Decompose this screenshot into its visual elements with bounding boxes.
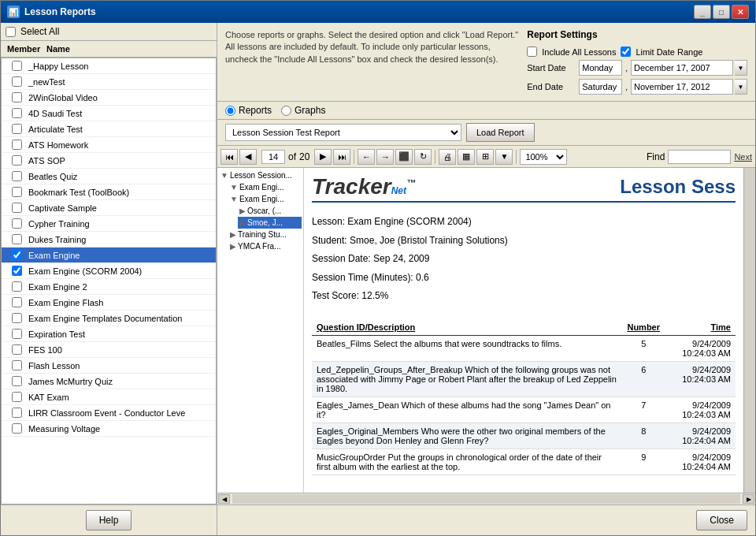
list-item[interactable]: Exam Engine xyxy=(2,248,216,263)
lesson-checkbox[interactable] xyxy=(12,392,22,402)
horizontal-scrollbar[interactable] xyxy=(232,494,740,504)
lesson-checkbox[interactable] xyxy=(12,423,22,434)
minimize-button[interactable]: _ xyxy=(694,5,711,19)
lesson-checkbox[interactable] xyxy=(12,76,22,87)
lesson-checkbox[interactable] xyxy=(12,250,22,260)
lesson-checkbox[interactable] xyxy=(12,313,22,323)
lesson-checkbox[interactable] xyxy=(12,124,22,134)
lesson-checkbox[interactable] xyxy=(12,408,22,418)
tree-expand-icon[interactable]: ▼ xyxy=(230,183,238,192)
scroll-left-btn[interactable]: ◀ xyxy=(218,494,230,504)
list-item[interactable]: _newTest xyxy=(2,74,216,90)
list-item[interactable]: Exam Engine 2 xyxy=(2,279,216,295)
end-date-input[interactable] xyxy=(631,79,733,95)
select-all-checkbox[interactable] xyxy=(6,27,16,37)
end-date-day-input[interactable] xyxy=(579,79,622,95)
lesson-checkbox[interactable] xyxy=(12,281,22,292)
lesson-checkbox[interactable] xyxy=(12,234,22,244)
list-item[interactable]: Exam Engine Templates Documentation xyxy=(2,311,216,326)
reports-radio-label[interactable]: Reports xyxy=(225,105,272,116)
list-item[interactable]: FES 100 xyxy=(2,342,216,358)
lesson-checkbox[interactable] xyxy=(12,155,22,166)
graphs-radio-label[interactable]: Graphs xyxy=(281,105,325,116)
tree-item[interactable]: ▼ Exam Engi... xyxy=(228,181,302,193)
tree-item[interactable]: ▶ Training Stu... xyxy=(228,229,302,240)
lesson-checkbox[interactable] xyxy=(12,171,22,181)
close-button[interactable]: ✕ xyxy=(732,5,749,19)
forward-button[interactable]: → xyxy=(376,149,394,165)
lesson-checkbox[interactable] xyxy=(12,108,22,118)
lesson-checkbox[interactable] xyxy=(12,329,22,339)
lesson-checkbox[interactable] xyxy=(12,140,22,150)
list-item[interactable]: James McMurtry Quiz xyxy=(2,374,216,389)
list-item[interactable]: Measuring Voltage xyxy=(2,421,216,437)
tree-item[interactable]: ▶ Oscar, (... xyxy=(238,205,302,217)
list-item[interactable]: Beatles Quiz xyxy=(2,169,216,184)
help-button[interactable]: Help xyxy=(86,510,132,530)
start-date-dropdown[interactable]: ▼ xyxy=(735,60,747,76)
tree-item[interactable]: ▶ Smoe, J... xyxy=(238,217,302,229)
include-all-checkbox[interactable] xyxy=(527,47,537,57)
tree-item[interactable]: ▶ YMCA Fra... xyxy=(228,240,302,252)
list-item[interactable]: _Happy Lesson xyxy=(2,58,216,74)
next-link[interactable]: Next xyxy=(734,152,752,162)
list-item[interactable]: LIRR Classroom Event - Conductor Leve xyxy=(2,405,216,421)
list-item[interactable]: ATS SOP xyxy=(2,153,216,169)
stop-button[interactable]: ⬛ xyxy=(395,149,413,165)
lesson-checkbox[interactable] xyxy=(12,266,22,276)
lesson-checkbox[interactable] xyxy=(12,203,22,213)
list-item[interactable]: Articulate Test xyxy=(2,121,216,137)
report-type-select[interactable]: Lesson Session Test ReportLesson Session… xyxy=(225,124,461,141)
refresh-button[interactable]: ↻ xyxy=(414,149,432,165)
page-number-input[interactable] xyxy=(261,150,285,164)
lesson-checkbox[interactable] xyxy=(12,187,22,197)
list-item[interactable]: Bookmark Test (ToolBook) xyxy=(2,184,216,200)
list-item[interactable]: Captivate Sample xyxy=(2,200,216,216)
lesson-checkbox[interactable] xyxy=(12,218,22,229)
list-item[interactable]: 4D Saudi Test xyxy=(2,106,216,121)
limit-date-checkbox[interactable] xyxy=(621,47,631,57)
tree-expand-icon[interactable]: ▶ xyxy=(239,207,246,215)
tree-item[interactable]: ▼ Lesson Session... xyxy=(219,169,302,181)
lesson-checkbox[interactable] xyxy=(12,360,22,370)
list-item[interactable]: Cypher Training xyxy=(2,216,216,232)
reports-radio[interactable] xyxy=(225,106,235,116)
tree-item[interactable]: ▼ Exam Engi... xyxy=(228,193,302,205)
load-report-button[interactable]: Load Report xyxy=(466,123,535,142)
lesson-checkbox[interactable] xyxy=(12,344,22,355)
find-input[interactable] xyxy=(668,150,731,164)
list-item[interactable]: Exam Engine Flash xyxy=(2,295,216,311)
tree-expand-icon[interactable]: ▼ xyxy=(230,195,238,203)
tree-expand-icon[interactable]: ▶ xyxy=(230,230,236,239)
lesson-checkbox[interactable] xyxy=(12,61,22,71)
lesson-checkbox[interactable] xyxy=(12,376,22,386)
tree-expand-icon[interactable]: ▼ xyxy=(220,171,228,180)
tree-expand-icon[interactable]: ▶ xyxy=(230,242,236,251)
list-item[interactable]: Flash Lesson xyxy=(2,358,216,374)
list-item[interactable]: 2WinGlobal Video xyxy=(2,90,216,106)
maximize-button[interactable]: □ xyxy=(713,5,730,19)
print-button[interactable]: 🖨 xyxy=(439,149,456,165)
list-item[interactable]: Dukes Training xyxy=(2,232,216,248)
back-button[interactable]: ← xyxy=(358,149,375,165)
export-button[interactable]: ▼ xyxy=(495,149,513,165)
close-main-button[interactable]: Close xyxy=(696,510,747,530)
end-date-dropdown[interactable]: ▼ xyxy=(735,79,747,95)
tree-expand-icon[interactable]: ▶ xyxy=(239,218,246,227)
lesson-list[interactable]: _Happy Lesson _newTest 2WinGlobal Video … xyxy=(1,58,217,504)
zoom-select[interactable]: 100% 75% 150% xyxy=(520,149,567,165)
page-layout-button[interactable]: ▦ xyxy=(458,149,475,165)
graphs-radio[interactable] xyxy=(281,106,291,116)
list-item[interactable]: Expiration Test xyxy=(2,326,216,342)
multi-page-button[interactable]: ⊞ xyxy=(476,149,494,165)
list-item[interactable]: KAT Exam xyxy=(2,389,216,405)
list-item[interactable]: Exam Engine (SCORM 2004) xyxy=(2,263,216,279)
start-date-day-input[interactable] xyxy=(579,60,622,76)
scroll-right-btn[interactable]: ▶ xyxy=(743,494,754,504)
lesson-checkbox[interactable] xyxy=(12,297,22,307)
last-page-button[interactable]: ⏭ xyxy=(333,149,350,165)
start-date-input[interactable] xyxy=(631,60,733,76)
vertical-scrollbar[interactable] xyxy=(743,168,755,493)
first-page-button[interactable]: ⏮ xyxy=(220,149,238,165)
list-item[interactable]: ATS Homework xyxy=(2,137,216,153)
